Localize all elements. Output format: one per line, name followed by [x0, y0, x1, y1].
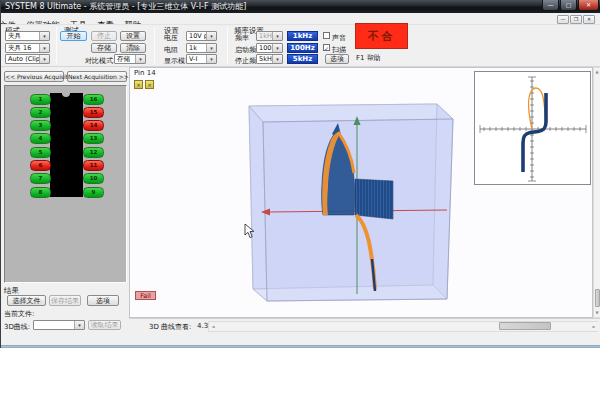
maximize-button[interactable]: ▢ [560, 0, 577, 11]
stop-frequency-combo[interactable]: 5kHz▾ [256, 54, 283, 64]
compare-mode-combo[interactable]: 存储▾ [114, 54, 146, 64]
stop-button[interactable]: 停止 [91, 31, 117, 41]
app-window: SYSTEM 8 Ultimate - 系统管理员 - [专业三维立体 V-I-… [0, 0, 600, 348]
scroll-down-icon[interactable]: ▼ [594, 309, 600, 317]
title-bar[interactable]: SYSTEM 8 Ultimate - 系统管理员 - [专业三维立体 V-I-… [1, 0, 600, 13]
window-title: SYSTEM 8 Ultimate - 系统管理员 - [专业三维立体 V-I-… [5, 0, 246, 13]
minimize-button[interactable]: — [542, 0, 559, 11]
resistance-label: 电阻 [164, 45, 178, 55]
settings-button[interactable]: 设置 [120, 31, 146, 41]
frequency-scrollbar[interactable]: ◄ ► [208, 321, 598, 332]
select-file-button[interactable]: 选择文件 [7, 295, 46, 306]
current-file-label: 当前文件: [4, 309, 34, 319]
vi-curve-inset [474, 71, 591, 185]
curve-view-label: 3D 曲线查看: [149, 322, 191, 332]
chip-pin-7[interactable]: 7 [30, 173, 51, 184]
view-tool-icon-2[interactable]: ✕ [145, 80, 154, 89]
curve-3d-combo[interactable]: ▾ [33, 320, 85, 330]
curve-3d-label: 3D曲线: [4, 322, 30, 332]
screen: SYSTEM 8 Ultimate - 系统管理员 - [专业三维立体 V-I-… [0, 0, 600, 400]
chevron-down-icon: ▾ [39, 32, 49, 40]
close-icon: ✕ [586, 1, 591, 8]
frequency-label: 频率 [235, 33, 249, 43]
resistance-combo[interactable]: 1k▾ [186, 43, 217, 53]
chip-pin-11[interactable]: 11 [83, 160, 104, 171]
fail-status-badge: Fail [135, 291, 156, 300]
start-frequency-combo[interactable]: 100Hz▾ [256, 43, 283, 53]
toolbar-separator [227, 27, 228, 64]
menu-bar: 文件仪器功能工具查看帮助 [1, 13, 600, 25]
check-icon: ✓ [324, 45, 329, 52]
chevron-down-icon: ▾ [206, 32, 216, 40]
chip-pin-12[interactable]: 12 [83, 147, 104, 158]
start-frequency-lcd: 100Hz [287, 43, 318, 53]
vertical-scrollbar[interactable]: ▲ ▼ [593, 67, 600, 318]
inset-orange-curve [529, 88, 546, 129]
curve-view-bar: 3D 曲线查看: 4.378kHz ◄ ► [129, 318, 600, 332]
scroll-right-icon[interactable]: ► [590, 322, 598, 331]
chip-pin-2[interactable]: 2 [30, 107, 51, 118]
close-button[interactable]: ✕ [578, 0, 599, 11]
chip-pin-10[interactable]: 10 [83, 173, 104, 184]
vertical-scrollbar-thumb[interactable] [595, 289, 600, 307]
chevron-down-icon: ▾ [206, 55, 216, 63]
toolbar-separator [56, 27, 57, 64]
sound-checkbox-label: 声音 [332, 33, 346, 43]
compare-mode-label: 对比模式 [85, 56, 113, 66]
chip-pin-3[interactable]: 3 [30, 120, 51, 131]
next-acquisition-button[interactable]: Next Acquisition >> [67, 71, 127, 82]
pin-title: Pin 14 [134, 69, 156, 77]
chevron-down-icon: ▾ [272, 32, 282, 40]
fixture-combo[interactable]: 夹具▾ [5, 31, 50, 41]
display-mode-combo[interactable]: V-I▾ [186, 54, 217, 64]
frequency-lcd: 1kHz [287, 31, 318, 41]
save-result-button[interactable]: 保存结果 [49, 295, 81, 306]
chip-pin-14[interactable]: 14 [83, 120, 104, 131]
chevron-down-icon: ▾ [39, 55, 49, 63]
chip-pin-15[interactable]: 15 [83, 107, 104, 118]
toolbar-separator [154, 27, 155, 64]
fixture-size-combo[interactable]: 夹具 16▾ [5, 43, 50, 53]
options-button[interactable]: 选项 [325, 54, 349, 64]
sound-checkbox[interactable] [323, 32, 330, 39]
chip-pin-5[interactable]: 5 [30, 147, 51, 158]
chip-pin-4[interactable]: 4 [30, 133, 51, 144]
chevron-down-icon: ▾ [39, 44, 49, 52]
scan-checkbox-label: 扫描 [332, 45, 346, 55]
start-button[interactable]: 开始 [60, 31, 87, 41]
mdi-close-button[interactable]: ✕ [583, 15, 595, 24]
read-result-button[interactable]: 读取结果 [88, 320, 121, 330]
chip-pin-16[interactable]: 16 [83, 94, 104, 105]
clear-button[interactable]: 清除 [120, 43, 146, 53]
chip-pin-8[interactable]: 8 [30, 187, 51, 198]
chevron-down-icon: ▾ [206, 44, 216, 52]
view-tool-icon-1[interactable]: ✕ [134, 80, 143, 89]
frequency-combo[interactable]: 1kHz▾ [256, 31, 283, 41]
voltage-label: 电压 [164, 33, 178, 43]
mdi-minimize-button[interactable]: — [557, 15, 569, 24]
mdi-restore-icon: ❐ [574, 16, 578, 22]
client-area: << Previous Acquisition Next Acquisition… [1, 67, 600, 345]
inset-blue-curve [523, 93, 546, 172]
minimize-icon: — [548, 1, 554, 8]
previous-acquisition-button[interactable]: << Previous Acquisition [4, 71, 64, 82]
results-options-button[interactable]: 选项 [87, 295, 119, 306]
frequency-scrollbar-thumb[interactable] [499, 322, 551, 330]
chip-notch [62, 93, 70, 97]
chip-pin-9[interactable]: 9 [83, 187, 104, 198]
clip-mode-combo[interactable]: Auto (Clip)▾ [5, 54, 50, 64]
f1-help-hint: F1 帮助 [356, 53, 381, 63]
store-button[interactable]: 存储 [91, 43, 117, 53]
voltage-combo[interactable]: 10V pkpk▾ [186, 31, 217, 41]
mdi-close-icon: ✕ [587, 16, 591, 22]
window-bottom-edge [1, 345, 600, 348]
chip-pin-1[interactable]: 1 [30, 94, 51, 105]
chip-pin-6[interactable]: 6 [30, 160, 51, 171]
mdi-restore-button[interactable]: ❐ [570, 15, 582, 24]
chip-pin-13[interactable]: 13 [83, 133, 104, 144]
scroll-up-icon[interactable]: ▲ [594, 68, 600, 76]
vi-curve-plot [475, 72, 590, 184]
scan-checkbox[interactable]: ✓ [323, 44, 330, 51]
chevron-down-icon: ▾ [135, 55, 145, 63]
scroll-left-icon[interactable]: ◄ [209, 322, 217, 331]
